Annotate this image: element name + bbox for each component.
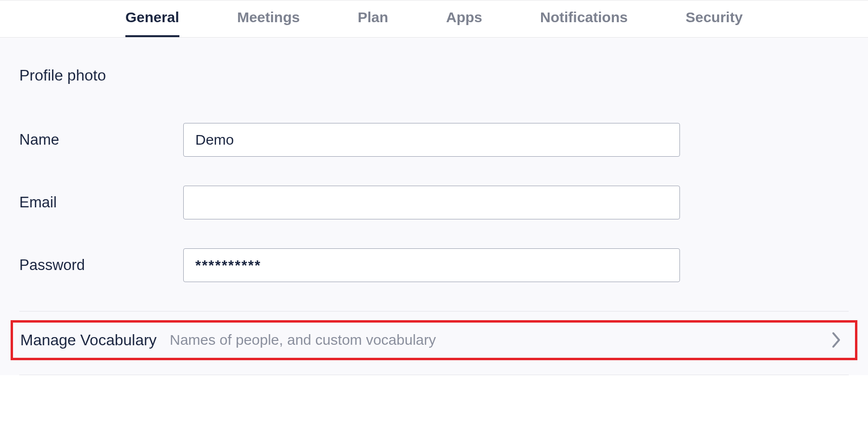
name-input[interactable] [183,123,680,157]
name-label: Name [19,131,183,149]
section-divider-2 [19,375,849,375]
password-row: Password [19,248,849,282]
email-row: Email [19,186,849,219]
name-row: Name [19,123,849,157]
tab-general[interactable]: General [125,9,179,37]
profile-section: Profile photo Name Email Password [0,38,868,301]
manage-vocabulary-desc: Names of people, and custom vocabulary [170,332,831,348]
tabs-bar: General Meetings Plan Apps Notifications… [0,0,868,38]
tab-notifications[interactable]: Notifications [540,9,628,37]
tab-security[interactable]: Security [686,9,743,37]
tab-apps[interactable]: Apps [446,9,482,37]
chevron-right-icon [831,331,842,349]
tab-plan[interactable]: Plan [358,9,388,37]
manage-vocabulary-title: Manage Vocabulary [20,331,170,349]
profile-photo-label: Profile photo [19,67,849,84]
settings-content: Profile photo Name Email Password Manage… [0,38,868,375]
password-label: Password [19,257,183,274]
password-input[interactable] [183,248,680,282]
tab-meetings[interactable]: Meetings [237,9,300,37]
section-divider [19,311,849,312]
manage-vocabulary-row[interactable]: Manage Vocabulary Names of people, and c… [11,320,857,360]
tabs: General Meetings Plan Apps Notifications… [19,0,849,37]
email-label: Email [19,194,183,211]
email-input[interactable] [183,186,680,219]
